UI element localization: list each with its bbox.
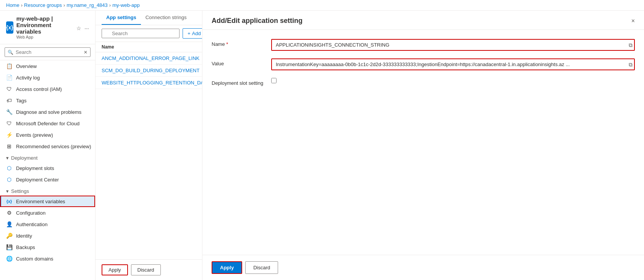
iam-icon: 🛡 [6,86,12,92]
list-item[interactable]: WEBSITE_HTTPLOGGING_RETENTION_DAYS [95,77,202,89]
sidebar-item-backups[interactable]: 💾 Backups [0,241,95,253]
sidebar-header: {x} my-web-app | Environment variables W… [0,11,95,44]
panel-toolbar: 🔍 + Add [95,25,202,42]
breadcrumb-resource-groups[interactable]: Resource groups [24,2,62,8]
dialog-title: Add/Edit application setting [212,17,303,25]
deployment-slot-checkbox[interactable] [271,78,277,83]
activity-log-icon: 📄 [6,74,12,81]
sidebar-item-deployment-center[interactable]: ⬡ Deployment Center [0,174,95,185]
tab-connection-strings[interactable]: Connection strings [141,11,191,25]
name-input-wrap: ⧉ [271,39,635,51]
sidebar-item-label: Tags [16,98,26,104]
sidebar-item-defender[interactable]: 🛡 Microsoft Defender for Cloud [0,118,95,129]
copy-value-button[interactable]: ⧉ [629,61,633,68]
defender-icon: 🛡 [6,120,12,126]
deployment-slot-row: Deployment slot setting [212,78,635,86]
panel-items-list: ANCM_ADDITIONAL_ERROR_PAGE_LINK SCM_DO_B… [95,52,202,259]
name-input[interactable] [271,39,635,51]
deployment-slot-label: Deployment slot setting [212,78,265,86]
tab-app-settings[interactable]: App settings [102,11,141,25]
list-item[interactable]: ANCM_ADDITIONAL_ERROR_PAGE_LINK [95,52,202,65]
value-input[interactable] [271,58,635,70]
panel-search-input[interactable] [102,29,180,38]
add-button-label: Add [192,31,201,36]
sidebar-item-label: Deployment slots [16,165,54,171]
chevron-down-icon: ▾ [6,188,9,194]
breadcrumb-webapp[interactable]: my-web-app [112,2,140,8]
dialog-close-button[interactable]: × [631,18,635,24]
copy-name-button[interactable]: ⧉ [629,42,633,48]
dialog-body: Name * ⧉ Value ⧉ Depl [202,30,644,255]
sidebar-item-label: Environment variables [16,199,65,204]
sidebar-item-tags[interactable]: 🏷 Tags [0,95,95,106]
list-item[interactable]: SCM_DO_BUILD_DURING_DEPLOYMENT [95,65,202,77]
section-label: Deployment [11,155,37,161]
sidebar-item-label: Diagnose and solve problems [16,109,81,115]
chevron-down-icon: ▾ [6,155,9,161]
settings-section-header[interactable]: ▾ Settings [0,185,95,196]
app-icon: {x} [6,21,13,34]
events-icon: ⚡ [6,132,12,138]
panel-footer: Apply Discard [95,259,202,280]
recommended-icon: ⊞ [6,143,12,149]
value-input-wrap: ⧉ [271,58,635,70]
value-field-row: Value ⧉ [212,58,635,70]
diagnose-icon: 🔧 [6,109,12,115]
authentication-icon: 👤 [6,221,12,227]
panel-search-wrap: 🔍 [102,29,180,38]
more-icon[interactable]: ··· [84,25,89,31]
clear-search-icon[interactable]: ✕ [84,50,87,55]
sidebar-item-label: Overview [16,63,37,69]
sidebar-item-label: Events (preview) [16,132,53,138]
sidebar-nav: 📋 Overview 📄 Activity log 🛡 Access contr… [0,60,95,280]
sidebar-item-deployment-slots[interactable]: ⬡ Deployment slots [0,162,95,174]
sidebar-item-recommended[interactable]: ⊞ Recommended services (preview) [0,141,95,152]
sidebar-item-label: Identity [16,233,32,239]
sidebar-item-access-control[interactable]: 🛡 Access control (IAM) [0,83,95,95]
sidebar-search-wrap: 🔍 ✕ [0,44,95,60]
favorite-icon[interactable]: ☆ [76,25,81,31]
required-indicator: * [225,41,228,47]
backups-icon: 💾 [6,244,12,250]
sidebar-item-configuration[interactable]: ⚙ Configuration [0,207,95,218]
sidebar-subtitle: Web App [16,35,74,39]
breadcrumb-home[interactable]: Home [6,2,19,8]
sidebar-item-diagnose[interactable]: 🔧 Diagnose and solve problems [0,106,95,118]
sidebar-item-activity-log[interactable]: 📄 Activity log [0,72,95,83]
sidebar-item-label: Authentication [16,222,47,227]
add-button[interactable]: + Add [183,28,202,39]
sidebar-item-overview[interactable]: 📋 Overview [0,60,95,72]
breadcrumb-rg[interactable]: my.name_rg_4843 [66,2,107,8]
sidebar-item-label: Configuration [16,210,45,216]
plus-icon: + [188,31,191,36]
name-label: Name * [212,39,265,47]
panel-discard-button[interactable]: Discard [131,264,161,275]
sidebar-title: my-web-app | Environment variables [16,15,74,35]
value-label: Value [212,58,265,66]
dialog-panel: Add/Edit application setting × Name * ⧉ … [202,11,644,280]
dialog-discard-button[interactable]: Discard [245,261,278,274]
sidebar-item-events[interactable]: ⚡ Events (preview) [0,129,95,141]
configuration-icon: ⚙ [6,210,12,216]
search-icon: 🔍 [8,50,13,55]
dialog-apply-button[interactable]: Apply [212,261,242,274]
sidebar-item-authentication[interactable]: 👤 Authentication [0,218,95,230]
sidebar: {x} my-web-app | Environment variables W… [0,11,95,280]
deployment-slots-icon: ⬡ [6,165,12,171]
sidebar-item-label: Recommended services (preview) [16,144,91,149]
sidebar-item-label: Activity log [16,75,40,81]
deployment-section-header[interactable]: ▾ Deployment [0,152,95,162]
panel-apply-button[interactable]: Apply [102,264,128,275]
dialog-footer: Apply Discard [202,255,644,280]
sidebar-item-label: Backups [16,244,35,250]
sidebar-item-label: Deployment Center [16,177,59,183]
sidebar-item-identity[interactable]: 🔑 Identity [0,230,95,241]
sidebar-search-input[interactable] [5,47,91,57]
breadcrumb: Home › Resource groups › my.name_rg_4843… [0,0,644,11]
sidebar-item-environment-variables[interactable]: {x} Environment variables [0,196,95,207]
custom-domains-icon: 🌐 [6,256,12,262]
sidebar-item-custom-domains[interactable]: 🌐 Custom domains [0,253,95,264]
dialog-header: Add/Edit application setting × [202,11,644,30]
name-field-row: Name * ⧉ [212,39,635,51]
middle-panel: App settings Connection strings 🔍 + Add … [95,11,202,280]
